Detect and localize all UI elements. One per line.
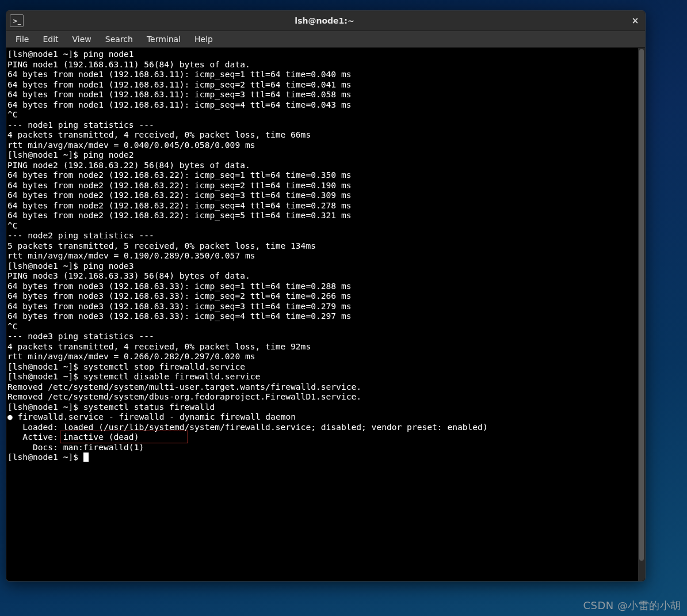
terminal-line: 64 bytes from node2 (192.168.63.22): icm… (7, 210, 645, 220)
terminal-line: Active: inactive (dead) (7, 432, 645, 442)
terminal-line: 64 bytes from node3 (192.168.63.33): icm… (7, 311, 645, 321)
terminal-line: 64 bytes from node3 (192.168.63.33): icm… (7, 281, 645, 291)
terminal-line: rtt min/avg/max/mdev = 0.266/0.282/0.297… (7, 351, 645, 362)
terminal-line: 64 bytes from node1 (192.168.63.11): icm… (7, 100, 645, 110)
terminal-window: >_ lsh@node1:~ × File Edit View Search T… (6, 10, 646, 581)
terminal-line: [lsh@node1 ~]$ systemctl stop firewalld.… (7, 362, 645, 372)
window-title: lsh@node1:~ (24, 16, 625, 25)
terminal-line: 64 bytes from node1 (192.168.63.11): icm… (7, 89, 645, 100)
menu-file[interactable]: File (9, 32, 36, 46)
terminal-line: 64 bytes from node1 (192.168.63.11): icm… (7, 79, 645, 90)
terminal-line: --- node2 ping statistics --- (7, 230, 645, 241)
scrollbar[interactable] (638, 48, 645, 581)
terminal-line: Removed /etc/systemd/system/multi-user.t… (7, 382, 645, 392)
menu-help[interactable]: Help (188, 32, 220, 46)
terminal-line: rtt min/avg/max/mdev = 0.190/0.289/0.350… (7, 250, 645, 261)
terminal-line: Removed /etc/systemd/system/dbus-org.fed… (7, 391, 645, 402)
terminal-line: 5 packets transmitted, 5 received, 0% pa… (7, 241, 645, 251)
terminal-viewport[interactable]: [lsh@node1 ~]$ ping node1PING node1 (192… (6, 48, 645, 581)
terminal-line: ^C (7, 220, 645, 231)
terminal-line: [lsh@node1 ~]$ ping node2 (7, 150, 645, 160)
terminal-line: PING node1 (192.168.63.11) 56(84) bytes … (7, 59, 645, 70)
terminal-line: 64 bytes from node1 (192.168.63.11): icm… (7, 69, 645, 79)
terminal-line: [lsh@node1 ~]$ systemctl status firewall… (7, 402, 645, 412)
terminal-line: [lsh@node1 ~]$ ping node1 (7, 49, 645, 59)
status-bullet-icon: ● (7, 412, 13, 422)
menu-search[interactable]: Search (98, 32, 140, 46)
terminal-line: PING node2 (192.168.63.22) 56(84) bytes … (7, 160, 645, 170)
terminal-line: Docs: man:firewalld(1) (7, 442, 645, 453)
terminal-line: --- node1 ping statistics --- (7, 120, 645, 130)
close-icon: × (632, 16, 639, 26)
terminal-line: [lsh@node1 ~]$ (7, 452, 645, 462)
app-icon: >_ (10, 14, 24, 27)
terminal-line: Loaded: loaded (/usr/lib/systemd/system/… (7, 422, 645, 432)
menubar: File Edit View Search Terminal Help (6, 31, 645, 48)
terminal-line: [lsh@node1 ~]$ systemctl disable firewal… (7, 371, 645, 382)
cursor (83, 453, 89, 462)
terminal-line: 64 bytes from node2 (192.168.63.22): icm… (7, 170, 645, 180)
terminal-line: rtt min/avg/max/mdev = 0.040/0.045/0.058… (7, 140, 645, 150)
terminal-line: 64 bytes from node2 (192.168.63.22): icm… (7, 200, 645, 211)
scrollbar-thumb[interactable] (639, 49, 644, 561)
terminal-line: 64 bytes from node2 (192.168.63.22): icm… (7, 190, 645, 200)
menu-edit[interactable]: Edit (36, 32, 65, 46)
terminal-line: --- node3 ping statistics --- (7, 331, 645, 341)
terminal-line: PING node3 (192.168.63.33) 56(84) bytes … (7, 271, 645, 281)
watermark: CSDN @小雷的小胡 (583, 599, 681, 613)
terminal-line: 64 bytes from node3 (192.168.63.33): icm… (7, 291, 645, 301)
menu-terminal[interactable]: Terminal (140, 32, 188, 46)
menu-view[interactable]: View (66, 32, 98, 46)
terminal-line: 4 packets transmitted, 4 received, 0% pa… (7, 341, 645, 352)
terminal-line: 64 bytes from node2 (192.168.63.22): icm… (7, 180, 645, 191)
terminal-line: [lsh@node1 ~]$ ping node3 (7, 261, 645, 271)
terminal-line: ● firewalld.service - firewalld - dynami… (7, 412, 645, 422)
terminal-line: 64 bytes from node3 (192.168.63.33): icm… (7, 301, 645, 311)
terminal-glyph-icon: >_ (13, 18, 21, 24)
terminal-output[interactable]: [lsh@node1 ~]$ ping node1PING node1 (192… (6, 48, 645, 462)
terminal-line: 4 packets transmitted, 4 received, 0% pa… (7, 130, 645, 140)
terminal-line: ^C (7, 109, 645, 120)
titlebar[interactable]: >_ lsh@node1:~ × (6, 11, 645, 31)
close-button[interactable]: × (625, 11, 645, 31)
terminal-line: ^C (7, 321, 645, 332)
